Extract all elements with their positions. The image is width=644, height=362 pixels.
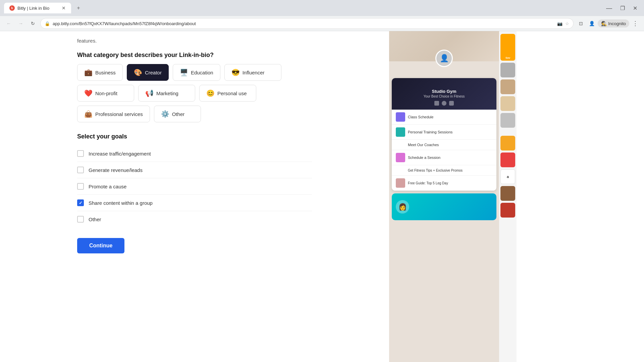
thumb-4 xyxy=(500,113,515,128)
active-tab[interactable]: b Bitly | Link in Bio ✕ xyxy=(4,3,71,13)
category-nonprofit[interactable]: ❤️ Non-profit xyxy=(77,85,134,102)
category-creator[interactable]: 🎨 Creator xyxy=(127,64,169,81)
youtube-icon xyxy=(434,101,439,106)
gym-preview-card: Studio Gym Your Best Choice in Fitness C… xyxy=(392,78,496,191)
thumb-amazon: a xyxy=(500,169,515,184)
marketing-label: Marketing xyxy=(156,90,178,96)
gym-link-thumb-6 xyxy=(396,178,405,188)
gym-tagline: Your Best Choice in Fitness xyxy=(397,95,491,98)
category-other[interactable]: ⚙️ Other xyxy=(154,106,201,122)
gym-header: Studio Gym Your Best Choice in Fitness xyxy=(392,78,496,110)
features-text: features. xyxy=(77,38,312,44)
address-bar-icons: 📷 ☆ xyxy=(557,21,569,26)
goal-traffic-checkbox[interactable] xyxy=(77,150,84,157)
goals-section: Select your goals Increase traffic/engag… xyxy=(77,133,312,227)
goal-other-label: Other xyxy=(89,217,101,222)
category-professional-services[interactable]: 👜 Professional services xyxy=(77,106,150,122)
gym-link-schedule-session: Schedule a Session xyxy=(392,150,496,165)
goal-other-checkbox[interactable] xyxy=(77,216,84,223)
close-icon[interactable]: ✕ xyxy=(630,5,640,11)
creator-emoji: 🎨 xyxy=(134,68,142,76)
thumb-1 xyxy=(500,63,515,77)
category-business[interactable]: 💼 Business xyxy=(77,64,123,81)
professional-label: Professional services xyxy=(95,111,143,117)
category-grid: 💼 Business 🎨 Creator 🖥️ Education xyxy=(77,64,312,122)
thumb-red xyxy=(500,153,515,167)
goal-share-content-checkbox[interactable]: ✓ xyxy=(77,199,84,206)
url-text: app.bitly.com/Bn57fQxKX7W/launchpads/Mn5… xyxy=(53,21,196,26)
back-button[interactable]: ← xyxy=(4,19,13,28)
influencer-label: Influencer xyxy=(243,70,265,75)
right-panel: 👤 Studio Gym Your Best Choice in Fitness xyxy=(389,31,517,362)
tab-favicon: b xyxy=(9,5,15,11)
minimize-icon[interactable]: — xyxy=(603,5,615,12)
education-emoji: 🖥️ xyxy=(180,68,188,76)
main-scroll[interactable]: features. What category best describes y… xyxy=(0,31,389,362)
maximize-icon[interactable]: ❐ xyxy=(618,5,628,11)
gym-links: Class Schedule Personal Training Session… xyxy=(392,110,496,191)
gym-link-label-5: Get Fitness Tips + Exclusive Promos xyxy=(408,169,463,172)
thumb-3 xyxy=(500,96,515,111)
form-container: features. What category best describes y… xyxy=(0,31,389,267)
gym-link-thumb-2 xyxy=(396,127,405,137)
goal-cause-label: Promote a cause xyxy=(89,184,126,189)
continue-button[interactable]: Continue xyxy=(77,238,124,253)
profile-preview-avatar: 👩 xyxy=(396,200,409,214)
gym-link-label-2: Personal Training Sessions xyxy=(408,130,452,134)
category-question: What category best describes your Link-i… xyxy=(77,52,312,59)
goal-revenue-checkbox[interactable] xyxy=(77,167,84,173)
goal-cause[interactable]: Promote a cause xyxy=(77,178,312,194)
category-influencer[interactable]: 😎 Influencer xyxy=(224,64,281,81)
browser-chrome: b Bitly | Link in Bio ✕ + — ❐ ✕ ← → ↻ 🔒 … xyxy=(0,0,644,31)
gym-link-thumb-4 xyxy=(396,153,405,162)
address-bar[interactable]: 🔒 app.bitly.com/Bn57fQxKX7W/launchpads/M… xyxy=(40,18,574,29)
personal-use-label: Personal use xyxy=(217,90,247,96)
window-controls: — ❐ ✕ xyxy=(603,5,640,12)
goal-other[interactable]: Other xyxy=(77,211,312,227)
cyan-preview-card: 👩 xyxy=(392,193,496,220)
gym-link-coaches: Meet Our Coaches xyxy=(392,140,496,150)
bookmark-icon[interactable]: ☆ xyxy=(565,21,569,26)
gym-link-thumb-1 xyxy=(396,112,405,122)
nonprofit-emoji: ❤️ xyxy=(84,89,93,97)
other-category-emoji: ⚙️ xyxy=(161,110,169,118)
goal-cause-checkbox[interactable] xyxy=(77,183,84,190)
goal-revenue[interactable]: Generate revenue/leads xyxy=(77,162,312,178)
influencer-emoji: 😎 xyxy=(231,68,240,76)
goal-traffic[interactable]: Increase traffic/engagement xyxy=(77,145,312,162)
cast-icon[interactable]: ⊡ xyxy=(576,19,586,28)
gym-link-promos: Get Fitness Tips + Exclusive Promos xyxy=(392,165,496,176)
gym-link-label-6: Free Guide: Top 5 Leg Day xyxy=(408,181,448,185)
category-personal-use[interactable]: 😊 Personal use xyxy=(199,85,256,102)
category-education[interactable]: 🖥️ Education xyxy=(173,64,220,81)
forward-button[interactable]: → xyxy=(16,19,25,28)
more-options-button[interactable]: ⋮ xyxy=(631,19,640,28)
tab-close-button[interactable]: ✕ xyxy=(62,5,66,11)
gym-link-label-3: Meet Our Coaches xyxy=(408,143,439,147)
gym-link-label-4: Schedule a Session xyxy=(408,156,440,160)
gym-link-label-1: Class Schedule xyxy=(408,115,433,119)
preview-avatar: 👤 xyxy=(435,50,453,67)
tab-title: Bitly | Link in Bio xyxy=(17,6,59,11)
thumb-food1 xyxy=(500,186,515,201)
incognito-badge: 🕵 Incognito xyxy=(598,19,629,27)
business-emoji: 💼 xyxy=(84,68,93,76)
main-content: features. What category best describes y… xyxy=(0,31,389,362)
other-category-label: Other xyxy=(172,111,185,117)
new-tab-button[interactable]: + xyxy=(74,3,83,13)
goal-revenue-label: Generate revenue/leads xyxy=(89,167,143,173)
reload-button[interactable]: ↻ xyxy=(28,19,38,28)
page-content: features. What category best describes y… xyxy=(0,31,644,362)
category-marketing[interactable]: 📢 Marketing xyxy=(138,85,195,102)
instagram-icon xyxy=(449,101,454,106)
goal-share-content[interactable]: ✓ Share content within a group xyxy=(77,195,312,211)
gym-social-icons xyxy=(397,101,491,106)
thumb-2 xyxy=(500,79,515,94)
checkmark-icon: ✓ xyxy=(79,200,83,205)
marketing-emoji: 📢 xyxy=(145,89,154,97)
profile-icon[interactable]: 👤 xyxy=(587,19,596,28)
side-thumbnails: Sav a xyxy=(499,31,517,362)
tab-bar: b Bitly | Link in Bio ✕ + xyxy=(4,3,601,13)
nonprofit-label: Non-profit xyxy=(95,90,117,96)
goal-traffic-label: Increase traffic/engagement xyxy=(89,151,151,157)
